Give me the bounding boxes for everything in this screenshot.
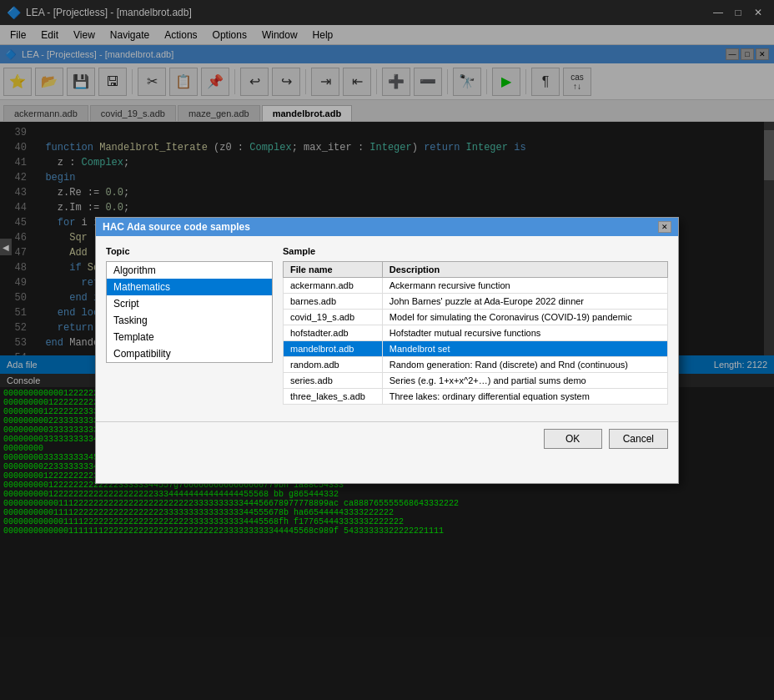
sample-row-7[interactable]: three_lakes_s.adbThree lakes: ordinary d… [284, 388, 668, 404]
sample-row-2[interactable]: covid_19_s.adbModel for simulating the C… [284, 309, 668, 325]
sample-row-0[interactable]: ackermann.adbAckermann recursive functio… [284, 277, 668, 293]
sample-table: File name Description ackermann.adbAcker… [283, 261, 668, 405]
topic-item-0[interactable]: Algorithm [107, 262, 272, 279]
sample-description-3: Hofstadter mutual recursive functions [382, 325, 667, 340]
sample-filename-1: barnes.adb [284, 293, 383, 309]
topic-item-2[interactable]: Script [107, 295, 272, 312]
dialog-body: Topic AlgorithmMathematicsScriptTaskingT… [96, 236, 678, 415]
topic-item-4[interactable]: Template [107, 329, 272, 345]
sample-filename-6: series.adb [284, 372, 383, 388]
sample-description-0: Ackermann recursive function [382, 277, 667, 293]
sample-description-1: John Barnes' puzzle at Ada-Europe 2022 d… [382, 293, 667, 309]
cancel-button[interactable]: Cancel [609, 429, 668, 449]
topic-item-3[interactable]: Tasking [107, 312, 272, 329]
sample-row-6[interactable]: series.adbSeries (e.g. 1+x+x^2+…) and pa… [284, 372, 668, 388]
topic-label: Topic [106, 246, 273, 256]
sample-filename-5: random.adb [284, 356, 383, 372]
sample-label: Sample [283, 246, 668, 256]
sample-description-6: Series (e.g. 1+x+x^2+…) and partial sums… [382, 372, 667, 388]
sample-filename-0: ackermann.adb [284, 277, 383, 293]
sample-row-4[interactable]: mandelbrot.adbMandelbrot set [284, 340, 668, 356]
dialog-close-button[interactable]: ✕ [658, 221, 671, 233]
sample-filename-4: mandelbrot.adb [284, 340, 383, 356]
topic-item-5[interactable]: Compatibility [107, 345, 272, 362]
dialog-left: Topic AlgorithmMathematicsScriptTaskingT… [106, 246, 273, 405]
sample-filename-2: covid_19_s.adb [284, 309, 383, 325]
sample-description-4: Mandelbrot set [382, 340, 667, 356]
topic-item-1[interactable]: Mathematics [107, 279, 272, 295]
sample-row-3[interactable]: hofstadter.adbHofstadter mutual recursiv… [284, 325, 668, 340]
col-description: Description [382, 261, 667, 277]
sample-filename-3: hofstadter.adb [284, 325, 383, 340]
col-filename: File name [284, 261, 383, 277]
sample-filename-7: three_lakes_s.adb [284, 388, 383, 404]
dialog-overlay: HAC Ada source code samples ✕ Topic Algo… [0, 0, 774, 571]
topic-list: AlgorithmMathematicsScriptTaskingTemplat… [106, 261, 273, 363]
dialog-title: HAC Ada source code samples [103, 221, 250, 233]
ok-button[interactable]: OK [544, 429, 602, 449]
sample-description-2: Model for simulating the Coronavirus (CO… [382, 309, 667, 325]
dialog-footer: OK Cancel [96, 421, 678, 456]
sample-description-5: Random generation: Rand (discrete) and R… [382, 356, 667, 372]
dialog-right: Sample File name Description ackermann.a… [283, 246, 668, 405]
dialog-title-bar: HAC Ada source code samples ✕ [96, 218, 678, 236]
sample-row-5[interactable]: random.adbRandom generation: Rand (discr… [284, 356, 668, 372]
sample-row-1[interactable]: barnes.adbJohn Barnes' puzzle at Ada-Eur… [284, 293, 668, 309]
dialog: HAC Ada source code samples ✕ Topic Algo… [95, 217, 679, 484]
sample-description-7: Three lakes: ordinary differential equat… [382, 388, 667, 404]
